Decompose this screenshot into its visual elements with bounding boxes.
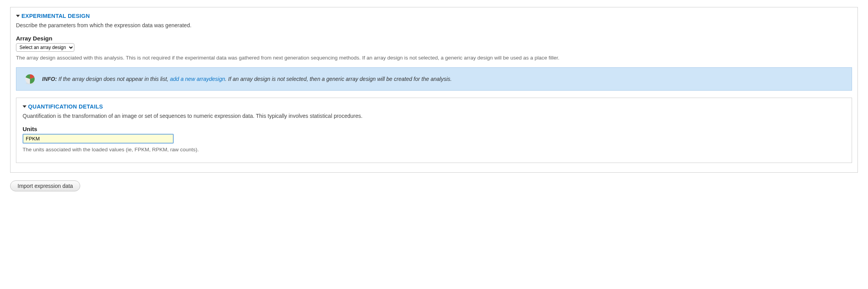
quantification-description: Quantification is the transformation of … — [23, 112, 845, 120]
experimental-design-title: EXPERIMENTAL DESIGN — [21, 13, 90, 19]
import-expression-data-button[interactable]: Import expression data — [10, 180, 80, 191]
add-array-design-link[interactable]: add a new arraydesign — [170, 76, 225, 82]
array-design-label: Array Design — [16, 35, 852, 42]
caret-down-icon — [23, 105, 26, 108]
info-text-before: If the array design does not appear in t… — [57, 76, 170, 82]
quantification-toggle[interactable]: QUANTIFICATION DETAILS — [23, 103, 845, 110]
experimental-design-panel: EXPERIMENTAL DESIGN Describe the paramet… — [10, 7, 858, 173]
units-input[interactable] — [23, 134, 174, 144]
array-design-help: The array design associated with this an… — [16, 54, 852, 62]
info-text: INFO: If the array design does not appea… — [42, 75, 452, 83]
experimental-design-description: Describe the parameters from which the e… — [16, 21, 852, 30]
quantification-title: QUANTIFICATION DETAILS — [28, 103, 103, 110]
info-text-after: . If an array design is not selected, th… — [225, 76, 452, 82]
array-design-select[interactable]: Select an array design — [16, 43, 74, 52]
caret-down-icon — [16, 15, 20, 17]
info-label: INFO: — [42, 76, 57, 82]
submit-row: Import expression data — [10, 180, 858, 191]
info-box: INFO: If the array design does not appea… — [16, 67, 852, 91]
quantification-panel: QUANTIFICATION DETAILS Quantification is… — [16, 98, 852, 163]
experimental-design-toggle[interactable]: EXPERIMENTAL DESIGN — [16, 13, 852, 19]
units-label: Units — [23, 126, 845, 132]
units-help: The units associated with the loaded val… — [23, 146, 845, 154]
pie-chart-icon — [22, 73, 38, 85]
